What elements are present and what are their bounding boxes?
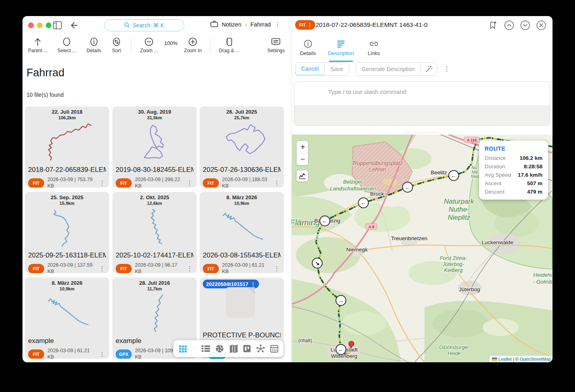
svg-text:←: ← (361, 200, 366, 206)
route-stat-row: Descent479 m (485, 189, 542, 195)
card-menu-icon[interactable]: ⋮ (99, 265, 106, 272)
track-thumbnail (28, 120, 106, 165)
view-mode-toolbar: ⋮ (173, 340, 283, 357)
card-distance: 15,9km (28, 201, 106, 206)
map-label: - Golmberg (533, 279, 553, 285)
format-badge: FIT (28, 349, 44, 359)
note-header: FIT⋮ 2018-07-22-065839-ELEMNT 1463-41-0 … (292, 16, 553, 135)
svg-text:←: ← (338, 346, 344, 353)
card-distance: 10,9km (203, 201, 281, 206)
card-menu-icon[interactable]: ⋮ (99, 180, 106, 187)
card-date: 25. Sep. 2025 (28, 194, 106, 201)
route-stat-row: Distance106.2 km (485, 155, 542, 161)
pane-resize-handle[interactable]: ··············· (292, 130, 553, 135)
card-date: 26. Juli 2025 (203, 109, 281, 115)
bookmark-add-icon[interactable] (487, 19, 499, 31)
note-format-badge[interactable]: FIT⋮ (295, 20, 315, 30)
map-label: Beelitz (431, 169, 447, 176)
editor-placeholder: Type / to use slash command (328, 88, 406, 95)
close-icon[interactable] (535, 19, 547, 31)
map-label: (nhalt) (298, 338, 312, 343)
card-menu-icon[interactable]: ⋮ (187, 265, 194, 272)
leaflet-link[interactable]: Leaflet (498, 357, 512, 361)
card-meta: 2026-03-09 | 298.22 KB (135, 177, 184, 188)
line-chart-icon (299, 173, 306, 179)
magic-wand-icon[interactable] (420, 63, 437, 76)
svg-text:↘: ↘ (315, 260, 320, 266)
file-card[interactable]: 25. Sep. 202515,9km2025-09-25-163118-ELE… (25, 192, 109, 273)
toolbar-separator: ⋮ (192, 347, 196, 350)
calendar-view-icon[interactable] (270, 345, 278, 353)
card-filename: example (28, 337, 106, 345)
card-date: 8. März 2026 (28, 280, 106, 286)
kanban-view-icon[interactable] (243, 345, 251, 353)
file-card[interactable]: 26. Juli 202525,7km2025-07-26-130636-ELE… (200, 106, 284, 188)
card-distance: 106,2km (28, 115, 106, 120)
file-card[interactable]: 30. Aug. 201931,5km2019-08-30-182455-ELE… (112, 106, 197, 188)
aperture-view-icon[interactable] (215, 344, 224, 353)
link-icon (369, 39, 379, 48)
tab-details[interactable]: Details (292, 36, 324, 61)
card-menu-icon[interactable]: ⋮ (274, 180, 281, 187)
card-meta: 2026-03-09 | 753.79 KB (47, 177, 96, 188)
card-meta: 2026-03-09 | 61.21 KB (47, 348, 96, 359)
card-date: 8. März 2026 (203, 194, 281, 201)
tab-description[interactable]: Description (324, 36, 357, 61)
map-label: Forst Zinna- (440, 255, 467, 261)
badge-menu-icon[interactable]: ⋮ (308, 22, 312, 27)
grid-view-icon[interactable] (179, 345, 187, 353)
map-label: Nu (472, 165, 477, 170)
file-card[interactable]: 2. Okt. 202512,6km2025-10-02-174417-ELEM… (112, 192, 197, 273)
map-zoom-in-button[interactable]: + (297, 141, 308, 153)
tab-bar: Details Description Links (292, 36, 390, 61)
route-map[interactable]: A 115A 9 TruppenübungsplatzLehninBelzige… (292, 135, 553, 362)
file-grid: 22. Juli 2018106,2km2018-07-22-065839-EL… (22, 16, 291, 362)
file-card[interactable]: 8. März 202610,9km2026-03-08-155435-ELEM… (200, 192, 284, 273)
cancel-button[interactable]: Cancel (295, 62, 325, 75)
track-thumbnail (203, 120, 281, 165)
format-badge: FIT (203, 178, 219, 188)
format-badge: FIT (28, 264, 44, 273)
graph-view-icon[interactable] (256, 344, 265, 353)
tab-links[interactable]: Links (357, 36, 390, 61)
card-menu-icon[interactable]: ⋮ (99, 351, 106, 358)
description-editor[interactable]: Type / to use slash command (294, 82, 550, 126)
card-meta: 2026-03-09 | 137.59 KB (47, 262, 96, 273)
file-card[interactable]: 8. März 202610,9kmexampleFIT2026-03-09 |… (25, 278, 109, 359)
list-view-icon[interactable] (202, 345, 210, 352)
map-label: Landschaftswiesen (330, 186, 376, 192)
route-stats-panel: ROUTE Distance106.2 kmDuration8:28:58Avg… (479, 141, 548, 200)
generate-description-button[interactable]: Generate Description (356, 63, 420, 76)
card-distance: 31,5km (116, 115, 194, 120)
map-label: Naturpark (444, 198, 475, 205)
card-date: 28. Juli 2016 (116, 280, 194, 286)
track-thumbnail (203, 206, 281, 251)
card-meta: 2026-03-09 | 188.03 KB (222, 177, 271, 188)
chevron-down-icon[interactable] (519, 19, 531, 31)
format-badge: FIT (116, 178, 132, 188)
note-detail-pane: FIT⋮ 2018-07-22-065839-ELEMNT 1463-41-0 … (292, 16, 553, 362)
card-date: 2. Okt. 2025 (116, 194, 194, 201)
note-title: 2018-07-22-065839-ELEMNT 1463-41-0 (316, 21, 428, 29)
map-zoom-out-button[interactable]: − (297, 153, 308, 165)
card-date: 30. Aug. 2019 (116, 109, 194, 115)
track-thumbnail (28, 206, 106, 251)
save-cancel-group: Cancel Save (295, 62, 349, 76)
save-button[interactable]: Save (324, 63, 349, 76)
svg-text:←: ← (405, 184, 410, 190)
route-panel-title: ROUTE (485, 145, 542, 152)
card-distance: 25,7km (203, 115, 281, 120)
map-label: Niemegk (346, 247, 368, 253)
more-options-icon[interactable]: ⋮ (444, 66, 450, 72)
card-menu-icon[interactable]: ⋮ (274, 265, 281, 272)
card-meta: 2026-03-09 | 61.21 KB (222, 262, 271, 273)
chevron-up-icon[interactable] (503, 19, 515, 31)
card-menu-icon[interactable]: ⋮ (187, 180, 194, 187)
map-label: Nuthe- (449, 206, 469, 213)
format-badge: FIT (116, 264, 132, 273)
file-card[interactable]: 22. Juli 2018106,2km2018-07-22-065839-EL… (25, 106, 109, 188)
osm-link[interactable]: OpenStreetMap (520, 357, 551, 361)
elevation-chart-button[interactable] (296, 170, 308, 182)
card-filename: 2025-07-26-130636-ELEMNT (203, 166, 281, 174)
map-view-icon[interactable] (230, 345, 238, 353)
